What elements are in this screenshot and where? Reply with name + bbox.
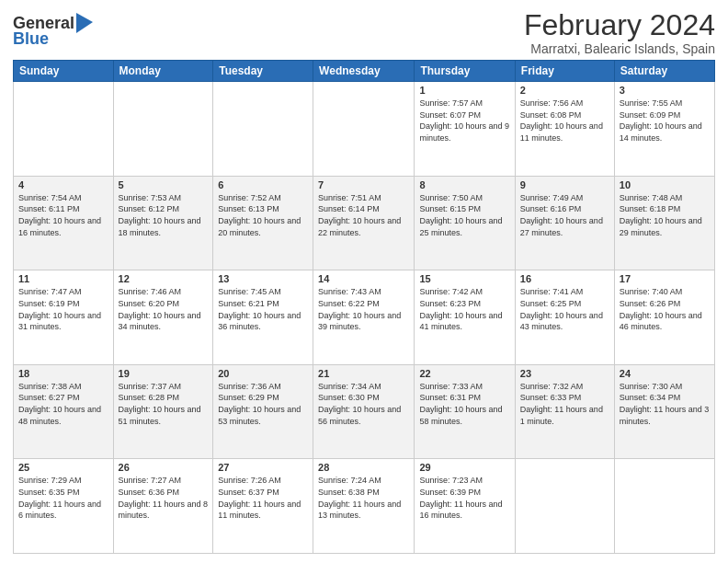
day-number: 15 <box>419 273 509 284</box>
day-info: Sunrise: 7:33 AM Sunset: 6:31 PM Dayligh… <box>419 381 509 427</box>
calendar-cell: 12Sunrise: 7:46 AM Sunset: 6:20 PM Dayli… <box>113 270 213 365</box>
calendar-cell: 18Sunrise: 7:38 AM Sunset: 6:27 PM Dayli… <box>14 364 114 459</box>
weekday-header: Friday <box>515 61 614 82</box>
calendar-cell: 25Sunrise: 7:29 AM Sunset: 6:35 PM Dayli… <box>14 459 114 554</box>
day-number: 26 <box>119 462 209 473</box>
day-info: Sunrise: 7:36 AM Sunset: 6:29 PM Dayligh… <box>218 381 308 427</box>
day-info: Sunrise: 7:43 AM Sunset: 6:22 PM Dayligh… <box>318 286 409 332</box>
day-number: 4 <box>18 179 108 190</box>
calendar-cell: 20Sunrise: 7:36 AM Sunset: 6:29 PM Dayli… <box>213 364 313 459</box>
logo-icon <box>76 13 93 33</box>
day-info: Sunrise: 7:56 AM Sunset: 6:08 PM Dayligh… <box>520 98 609 144</box>
day-info: Sunrise: 7:57 AM Sunset: 6:07 PM Dayligh… <box>419 98 509 144</box>
calendar-cell: 16Sunrise: 7:41 AM Sunset: 6:25 PM Dayli… <box>515 270 614 365</box>
calendar-cell: 21Sunrise: 7:34 AM Sunset: 6:30 PM Dayli… <box>313 364 415 459</box>
day-info: Sunrise: 7:40 AM Sunset: 6:26 PM Dayligh… <box>620 286 710 332</box>
day-info: Sunrise: 7:27 AM Sunset: 6:36 PM Dayligh… <box>119 475 209 521</box>
day-number: 10 <box>620 179 710 190</box>
title-block: February 2024 Marratxi, Balearic Islands… <box>524 9 715 56</box>
day-number: 14 <box>318 273 409 284</box>
day-info: Sunrise: 7:37 AM Sunset: 6:28 PM Dayligh… <box>119 381 209 427</box>
calendar-cell: 11Sunrise: 7:47 AM Sunset: 6:19 PM Dayli… <box>14 270 114 365</box>
calendar-cell <box>515 459 614 554</box>
calendar-cell: 13Sunrise: 7:45 AM Sunset: 6:21 PM Dayli… <box>213 270 313 365</box>
calendar-cell: 7Sunrise: 7:51 AM Sunset: 6:14 PM Daylig… <box>313 176 415 270</box>
weekday-header: Wednesday <box>313 61 415 82</box>
day-info: Sunrise: 7:29 AM Sunset: 6:35 PM Dayligh… <box>18 475 108 521</box>
calendar-cell: 5Sunrise: 7:53 AM Sunset: 6:12 PM Daylig… <box>113 176 213 270</box>
day-number: 20 <box>218 368 308 379</box>
day-info: Sunrise: 7:41 AM Sunset: 6:25 PM Dayligh… <box>520 286 609 332</box>
calendar-cell: 22Sunrise: 7:33 AM Sunset: 6:31 PM Dayli… <box>415 364 515 459</box>
weekday-header: Thursday <box>415 61 515 82</box>
day-info: Sunrise: 7:42 AM Sunset: 6:23 PM Dayligh… <box>419 286 509 332</box>
calendar-cell <box>313 82 415 177</box>
day-info: Sunrise: 7:55 AM Sunset: 6:09 PM Dayligh… <box>620 98 710 144</box>
day-info: Sunrise: 7:45 AM Sunset: 6:21 PM Dayligh… <box>218 286 308 332</box>
page: General Blue February 2024 Marratxi, Bal… <box>0 0 728 563</box>
calendar-cell: 14Sunrise: 7:43 AM Sunset: 6:22 PM Dayli… <box>313 270 415 365</box>
day-number: 18 <box>18 368 108 379</box>
day-info: Sunrise: 7:51 AM Sunset: 6:14 PM Dayligh… <box>318 192 409 238</box>
calendar-cell: 23Sunrise: 7:32 AM Sunset: 6:33 PM Dayli… <box>515 364 614 459</box>
day-number: 5 <box>119 179 209 190</box>
day-number: 19 <box>119 368 209 379</box>
day-info: Sunrise: 7:47 AM Sunset: 6:19 PM Dayligh… <box>18 286 108 332</box>
calendar-cell <box>113 82 213 177</box>
day-number: 11 <box>18 273 108 284</box>
logo-blue: Blue <box>13 29 49 49</box>
day-number: 12 <box>119 273 209 284</box>
weekday-header: Monday <box>113 61 213 82</box>
day-info: Sunrise: 7:34 AM Sunset: 6:30 PM Dayligh… <box>318 381 409 427</box>
day-number: 25 <box>18 462 108 473</box>
day-info: Sunrise: 7:52 AM Sunset: 6:13 PM Dayligh… <box>218 192 308 238</box>
calendar-cell: 28Sunrise: 7:24 AM Sunset: 6:38 PM Dayli… <box>313 459 415 554</box>
day-info: Sunrise: 7:50 AM Sunset: 6:15 PM Dayligh… <box>419 192 509 238</box>
day-info: Sunrise: 7:49 AM Sunset: 6:16 PM Dayligh… <box>520 192 609 238</box>
day-number: 22 <box>419 368 509 379</box>
day-number: 1 <box>419 85 509 96</box>
calendar-cell <box>14 82 114 177</box>
day-number: 7 <box>318 179 409 190</box>
day-number: 27 <box>218 462 308 473</box>
header: General Blue February 2024 Marratxi, Bal… <box>13 9 715 56</box>
calendar-cell: 1Sunrise: 7:57 AM Sunset: 6:07 PM Daylig… <box>415 82 515 177</box>
day-info: Sunrise: 7:38 AM Sunset: 6:27 PM Dayligh… <box>18 381 108 427</box>
day-number: 24 <box>620 368 710 379</box>
day-number: 16 <box>520 273 609 284</box>
day-number: 13 <box>218 273 308 284</box>
calendar-table: SundayMondayTuesdayWednesdayThursdayFrid… <box>13 60 715 554</box>
day-number: 17 <box>620 273 710 284</box>
day-number: 23 <box>520 368 609 379</box>
day-number: 9 <box>520 179 609 190</box>
calendar-cell: 10Sunrise: 7:48 AM Sunset: 6:18 PM Dayli… <box>614 176 714 270</box>
day-number: 3 <box>620 85 710 96</box>
day-info: Sunrise: 7:48 AM Sunset: 6:18 PM Dayligh… <box>620 192 710 238</box>
day-info: Sunrise: 7:32 AM Sunset: 6:33 PM Dayligh… <box>520 381 609 427</box>
weekday-header: Tuesday <box>213 61 313 82</box>
day-info: Sunrise: 7:23 AM Sunset: 6:39 PM Dayligh… <box>419 475 509 521</box>
calendar-cell: 29Sunrise: 7:23 AM Sunset: 6:39 PM Dayli… <box>415 459 515 554</box>
day-number: 6 <box>218 179 308 190</box>
calendar-cell: 8Sunrise: 7:50 AM Sunset: 6:15 PM Daylig… <box>415 176 515 270</box>
calendar-cell: 27Sunrise: 7:26 AM Sunset: 6:37 PM Dayli… <box>213 459 313 554</box>
weekday-header: Sunday <box>14 61 114 82</box>
calendar-cell: 19Sunrise: 7:37 AM Sunset: 6:28 PM Dayli… <box>113 364 213 459</box>
calendar-cell: 2Sunrise: 7:56 AM Sunset: 6:08 PM Daylig… <box>515 82 614 177</box>
weekday-header: Saturday <box>614 61 714 82</box>
calendar-cell <box>614 459 714 554</box>
calendar-cell: 17Sunrise: 7:40 AM Sunset: 6:26 PM Dayli… <box>614 270 714 365</box>
svg-marker-0 <box>76 13 93 33</box>
calendar-cell: 24Sunrise: 7:30 AM Sunset: 6:34 PM Dayli… <box>614 364 714 459</box>
calendar-title: February 2024 <box>524 9 715 41</box>
calendar-cell: 26Sunrise: 7:27 AM Sunset: 6:36 PM Dayli… <box>113 459 213 554</box>
day-number: 21 <box>318 368 409 379</box>
day-number: 8 <box>419 179 509 190</box>
calendar-cell: 15Sunrise: 7:42 AM Sunset: 6:23 PM Dayli… <box>415 270 515 365</box>
calendar-cell: 9Sunrise: 7:49 AM Sunset: 6:16 PM Daylig… <box>515 176 614 270</box>
day-info: Sunrise: 7:46 AM Sunset: 6:20 PM Dayligh… <box>119 286 209 332</box>
calendar-cell: 4Sunrise: 7:54 AM Sunset: 6:11 PM Daylig… <box>14 176 114 270</box>
day-info: Sunrise: 7:54 AM Sunset: 6:11 PM Dayligh… <box>18 192 108 238</box>
day-info: Sunrise: 7:26 AM Sunset: 6:37 PM Dayligh… <box>218 475 308 521</box>
day-number: 2 <box>520 85 609 96</box>
